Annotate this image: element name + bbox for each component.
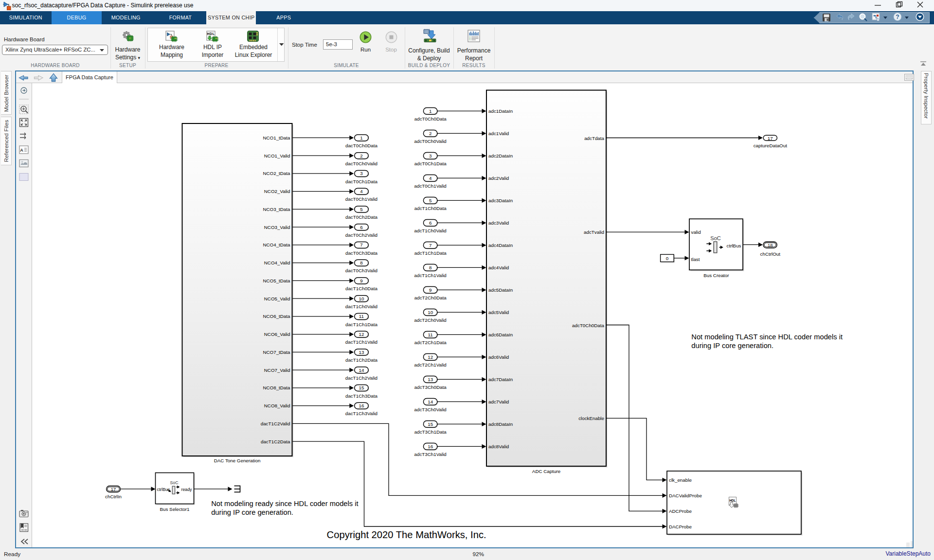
svg-text:Copyright 2020 The MathWorks,: Copyright 2020 The MathWorks, Inc. xyxy=(327,529,486,540)
svg-text:dacT1Ch0Valid: dacT1Ch0Valid xyxy=(345,304,377,309)
svg-text:A: A xyxy=(20,148,23,153)
svg-text:adc4Valid: adc4Valid xyxy=(488,265,509,270)
svg-text:1: 1 xyxy=(429,108,431,114)
svg-text:NCO7_Valid: NCO7_Valid xyxy=(264,368,290,373)
svg-text:NCO5_tData: NCO5_tData xyxy=(263,278,290,283)
svg-text:NCO6_tData: NCO6_tData xyxy=(263,314,290,319)
svg-text:adc6DataIn: adc6DataIn xyxy=(488,332,513,337)
svg-text:12: 12 xyxy=(359,332,364,337)
svg-text:chCtrlIn: chCtrlIn xyxy=(105,494,122,499)
svg-text:dacT0Ch1Valid: dacT0Ch1Valid xyxy=(345,196,377,202)
svg-text:Not modeling ready since HDL c: Not modeling ready since HDL coder model… xyxy=(211,500,358,508)
svg-text:adc6Valid: adc6Valid xyxy=(488,354,509,360)
svg-text:?: ? xyxy=(896,14,899,20)
svg-text:during IP core generation.: during IP core generation. xyxy=(211,508,293,516)
svg-text:14: 14 xyxy=(359,368,364,373)
svg-text:5: 5 xyxy=(429,198,432,203)
svg-text:adcT3Ch1Valid: adcT3Ch1Valid xyxy=(414,452,447,457)
svg-text:ADCProbe: ADCProbe xyxy=(669,508,692,514)
svg-text:chCtrlOut: chCtrlOut xyxy=(760,251,781,257)
svg-text:adcT2Ch0Data: adcT2Ch0Data xyxy=(414,295,447,300)
svg-text:DAC Tone Generation: DAC Tone Generation xyxy=(214,458,261,463)
svg-text:adcT1Ch0Valid: adcT1Ch0Valid xyxy=(414,228,447,233)
svg-text:12: 12 xyxy=(428,354,433,360)
svg-text:13: 13 xyxy=(428,377,433,382)
svg-text:9: 9 xyxy=(429,287,431,293)
svg-text:16: 16 xyxy=(428,444,433,449)
svg-text:adc3DataIn: adc3DataIn xyxy=(488,198,513,203)
svg-text:adc7DataIn: adc7DataIn xyxy=(488,377,513,382)
svg-text:adc1Valid: adc1Valid xyxy=(488,131,509,136)
svg-text:dacT1Ch1Valid: dacT1Ch1Valid xyxy=(345,339,377,345)
svg-text:4: 4 xyxy=(360,189,363,194)
svg-text:adcT0Ch0Data: adcT0Ch0Data xyxy=(572,323,604,328)
svg-text:NCO4_tData: NCO4_tData xyxy=(263,242,290,247)
svg-text:adc4DataIn: adc4DataIn xyxy=(488,243,513,248)
svg-text:NCO5_Valid: NCO5_Valid xyxy=(264,296,290,301)
svg-text:NCO8_tData: NCO8_tData xyxy=(263,385,290,390)
svg-text:clk_enable: clk_enable xyxy=(669,477,692,483)
svg-text:adcT0Ch1Data: adcT0Ch1Data xyxy=(414,161,447,166)
svg-text:adcT3Ch0Valid: adcT3Ch0Valid xyxy=(414,407,447,412)
svg-text:Bus Selector1: Bus Selector1 xyxy=(160,507,190,512)
svg-text:NCO2_Valid: NCO2_Valid xyxy=(264,189,290,194)
svg-text:adcT3Ch1Data: adcT3Ch1Data xyxy=(414,429,447,435)
svg-text:dacT1Ch2Valid: dacT1Ch2Valid xyxy=(345,375,377,381)
svg-text:17: 17 xyxy=(768,136,773,141)
svg-text:clockEnable: clockEnable xyxy=(578,416,604,421)
svg-text:17: 17 xyxy=(111,487,116,492)
svg-text:adc2Valid: adc2Valid xyxy=(488,175,509,181)
svg-text:2: 2 xyxy=(429,131,431,136)
svg-text:NCO1_Valid: NCO1_Valid xyxy=(264,153,290,158)
svg-text:7: 7 xyxy=(360,242,362,247)
svg-text:adc1DataIn: adc1DataIn xyxy=(488,108,513,114)
svg-text:NCO3_Valid: NCO3_Valid xyxy=(264,225,290,230)
svg-text:dacT1Ch2Data: dacT1Ch2Data xyxy=(345,357,377,363)
svg-text:ctrlBus: ctrlBus xyxy=(727,243,741,248)
svg-text:NCO1_tData: NCO1_tData xyxy=(263,135,290,140)
svg-text:dacT0Ch0Valid: dacT0Ch0Valid xyxy=(345,161,377,166)
svg-text:14: 14 xyxy=(428,399,433,404)
svg-text:5: 5 xyxy=(360,207,363,212)
svg-text:3: 3 xyxy=(360,171,363,176)
svg-text:dacT0Ch2Data: dacT0Ch2Data xyxy=(345,214,377,220)
svg-text:dacT1C2Valid: dacT1C2Valid xyxy=(261,421,290,426)
svg-text:adcT0Ch0Valid: adcT0Ch0Valid xyxy=(414,139,447,144)
svg-text:adcTvalid: adcTvalid xyxy=(584,229,604,235)
svg-text:DACValidProbe: DACValidProbe xyxy=(669,493,702,498)
svg-text:15: 15 xyxy=(359,385,364,390)
svg-text:Not modeling TLAST since HDL c: Not modeling TLAST since HDL coder model… xyxy=(691,333,843,341)
svg-text:adcT0Ch0Data: adcT0Ch0Data xyxy=(414,116,447,122)
svg-text:adcT2Ch0Valid: adcT2Ch0Valid xyxy=(414,317,447,323)
svg-text:ctrlBus: ctrlBus xyxy=(157,487,170,492)
svg-text:adc5Valid: adc5Valid xyxy=(488,310,509,315)
svg-text:captureDataOut: captureDataOut xyxy=(754,143,787,148)
svg-text:NCO4_Valid: NCO4_Valid xyxy=(264,260,290,265)
svg-text:adcT1Ch1Data: adcT1Ch1Data xyxy=(414,250,447,256)
svg-text:dacT1Ch0Data: dacT1Ch0Data xyxy=(345,286,377,291)
svg-text:adcT3Ch0Data: adcT3Ch0Data xyxy=(414,385,447,390)
svg-text:8: 8 xyxy=(429,265,432,270)
svg-text:dacT0Ch1Data: dacT0Ch1Data xyxy=(345,179,377,184)
svg-text:0: 0 xyxy=(666,256,669,261)
svg-text:4: 4 xyxy=(429,175,432,181)
svg-text:3: 3 xyxy=(429,153,432,158)
svg-text:1: 1 xyxy=(360,135,362,140)
svg-text:during IP core generation.: during IP core generation. xyxy=(691,342,773,350)
svg-text:dacT1Ch3Valid: dacT1Ch3Valid xyxy=(345,411,377,416)
svg-text:dacT1Ch1Data: dacT1Ch1Data xyxy=(345,322,377,327)
svg-text:dacT0Ch2Valid: dacT0Ch2Valid xyxy=(345,232,377,238)
svg-text:16: 16 xyxy=(359,403,364,408)
svg-text:adcT2Ch1Data: adcT2Ch1Data xyxy=(414,340,447,345)
svg-text:adcT2Ch1Valid: adcT2Ch1Valid xyxy=(414,362,447,368)
svg-text:8: 8 xyxy=(360,260,363,265)
svg-text:adcT1Ch1Valid: adcT1Ch1Valid xyxy=(414,273,447,278)
svg-text:10: 10 xyxy=(359,296,364,301)
svg-text:15: 15 xyxy=(428,421,433,427)
svg-text:Bus Creator: Bus Creator xyxy=(703,273,729,278)
svg-text:dacT1C2Data: dacT1C2Data xyxy=(261,439,290,444)
svg-text:adc2DataIn: adc2DataIn xyxy=(488,153,513,158)
svg-text:2: 2 xyxy=(360,153,362,158)
svg-text:13: 13 xyxy=(359,350,364,355)
svg-text:ADC Capture: ADC Capture xyxy=(532,469,561,474)
